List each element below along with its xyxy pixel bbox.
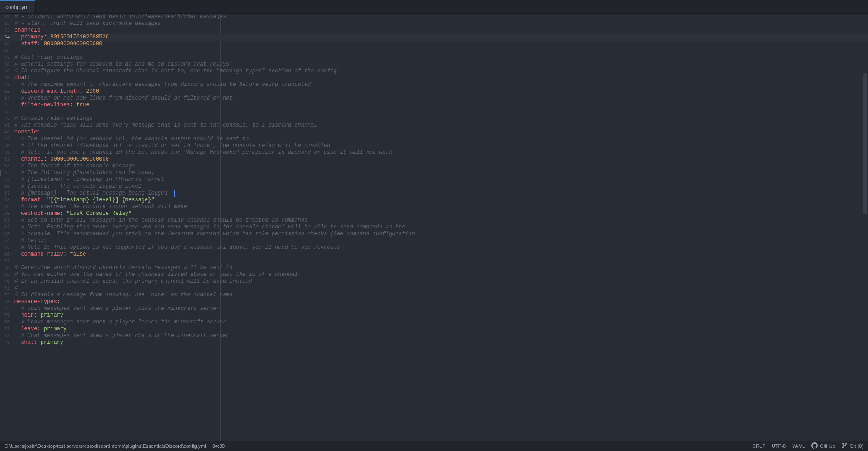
code-line[interactable]: 78 # Chat messages sent when a player ch… bbox=[0, 332, 868, 339]
line-number: 37 bbox=[0, 54, 14, 61]
code-line[interactable]: 49 # The channel id (or webhook url) the… bbox=[0, 136, 868, 142]
line-number: 57 bbox=[0, 190, 14, 197]
line-content: # The maximum amount of characters messa… bbox=[14, 81, 868, 88]
vertical-scrollbar[interactable] bbox=[862, 14, 868, 441]
line-number: 56 bbox=[0, 183, 14, 190]
editor[interactable]: 31# - primary, which will send basic joi… bbox=[0, 14, 868, 441]
code-line[interactable]: 44 filter-newlines: true bbox=[0, 102, 868, 109]
code-line[interactable]: 53 # The format of the console message bbox=[0, 163, 868, 170]
line-number: 71 bbox=[0, 285, 14, 292]
code-line[interactable]: 40chat: bbox=[0, 75, 868, 81]
code-line[interactable]: 79 chat: primary bbox=[0, 339, 868, 346]
line-number: 44 bbox=[0, 102, 14, 109]
text-caret bbox=[174, 190, 175, 197]
code-line[interactable]: 65 # Note 2: This option is not supporte… bbox=[0, 244, 868, 251]
status-encoding[interactable]: UTF-8 bbox=[772, 443, 786, 449]
code-line[interactable]: 77 leave: primary bbox=[0, 326, 868, 332]
status-git-label: Git (0) bbox=[849, 443, 863, 449]
line-content: # The console relay will send every mess… bbox=[14, 122, 868, 129]
line-content: # Chat relay settings bbox=[14, 54, 868, 61]
code-line[interactable]: 72# To disable a message from showing, u… bbox=[0, 292, 868, 299]
code-line[interactable]: 52 channel: 000000000000000000 bbox=[0, 156, 868, 163]
line-number: 60 bbox=[0, 210, 14, 217]
code-line[interactable]: 36 bbox=[0, 47, 868, 54]
code-line[interactable]: 71# bbox=[0, 285, 868, 292]
line-number: 63 bbox=[0, 231, 14, 237]
line-content: channel: 000000000000000000 bbox=[14, 156, 868, 163]
code-line[interactable]: 41 # The maximum amount of characters me… bbox=[0, 81, 868, 88]
code-line[interactable]: 70# If an invalid channel is used, the p… bbox=[0, 278, 868, 285]
line-number: 49 bbox=[0, 136, 14, 142]
code-line[interactable]: 37# Chat relay settings bbox=[0, 54, 868, 61]
code-line[interactable]: 46# Console relay settings bbox=[0, 115, 868, 122]
line-content bbox=[14, 258, 868, 265]
line-number: 54 bbox=[0, 170, 14, 176]
line-number: 35 bbox=[0, 41, 14, 47]
line-number: 50 bbox=[0, 142, 14, 149]
code-line[interactable]: 69# You can either use the names of the … bbox=[0, 271, 868, 278]
tab-config-yml[interactable]: config.yml bbox=[0, 0, 36, 13]
code-line[interactable]: 50 # If the channel id/webhook url is in… bbox=[0, 142, 868, 149]
code-line[interactable]: 60 webhook-name: "EssX Console Relay" bbox=[0, 210, 868, 217]
status-github[interactable]: GitHub bbox=[811, 442, 835, 450]
line-content: discord-max-length: 2000 bbox=[14, 88, 868, 95]
line-content: chat: primary bbox=[14, 339, 868, 346]
code-line[interactable]: 62 # Note: Enabling this means everyone … bbox=[0, 224, 868, 231]
code-line[interactable]: 75 join: primary bbox=[0, 312, 868, 319]
code-line[interactable]: 63 # console. It's recommended you stick… bbox=[0, 231, 868, 237]
line-number: 55 bbox=[0, 176, 14, 183]
code-line[interactable]: 35 staff: 000000000000000000 bbox=[0, 41, 868, 47]
code-line[interactable]: 55 # {timestamp} - Timestamp in HH:mm:ss… bbox=[0, 176, 868, 183]
line-content: # The format of the console message bbox=[14, 163, 868, 170]
code-line[interactable]: 34 primary: 801500176102588526 bbox=[0, 34, 868, 41]
code-line[interactable]: 33channels: bbox=[0, 27, 868, 34]
code-line[interactable]: 76 # Leave messages sent when a player l… bbox=[0, 319, 868, 326]
line-number: 40 bbox=[0, 75, 14, 81]
status-cursor-position[interactable]: 34:30 bbox=[212, 443, 225, 449]
line-content: leave: primary bbox=[14, 326, 868, 332]
code-line[interactable]: 38# General settings for discord to mc a… bbox=[0, 61, 868, 68]
status-github-label: GitHub bbox=[820, 443, 835, 449]
line-content: # Set to true if all messages in the con… bbox=[14, 217, 868, 224]
scrollbar-thumb[interactable] bbox=[863, 73, 867, 214]
code-line[interactable]: 67 bbox=[0, 258, 868, 265]
code-line[interactable]: 39# To configure the channel minecraft c… bbox=[0, 68, 868, 75]
code-line[interactable]: 31# - primary, which will send basic joi… bbox=[0, 14, 868, 20]
code-line[interactable]: 47# The console relay will send every me… bbox=[0, 122, 868, 129]
line-content: # Note 2: This option is not supported i… bbox=[14, 244, 868, 251]
code-line[interactable]: 68# Determine which discord channels cer… bbox=[0, 265, 868, 271]
line-content: webhook-name: "EssX Console Relay" bbox=[14, 210, 868, 217]
code-line[interactable]: 57 # {message} - The actual message bein… bbox=[0, 190, 868, 197]
line-number: 59 bbox=[0, 204, 14, 210]
line-number: 38 bbox=[0, 61, 14, 68]
line-content: # {level} - The console logging level bbox=[14, 183, 868, 190]
line-number: 45 bbox=[0, 109, 14, 115]
code-line[interactable]: 45 bbox=[0, 109, 868, 115]
tab-bar: config.yml bbox=[0, 0, 868, 14]
status-filepath[interactable]: C:\Users\joshr\Desktop\test servers\essx… bbox=[5, 443, 206, 449]
line-number: 78 bbox=[0, 332, 14, 339]
status-language[interactable]: YAML bbox=[792, 443, 805, 449]
line-content: # Note: Enabling this means everyone who… bbox=[14, 224, 868, 231]
line-number: 74 bbox=[0, 305, 14, 312]
code-line[interactable]: 59 # The username the console logger web… bbox=[0, 204, 868, 210]
code-line[interactable]: 74 # Join messages sent when a player jo… bbox=[0, 305, 868, 312]
code-line[interactable]: 61 # Set to true if all messages in the … bbox=[0, 217, 868, 224]
code-line[interactable]: 56 # {level} - The console logging level bbox=[0, 183, 868, 190]
line-content: # Chat messages sent when a player chats… bbox=[14, 332, 868, 339]
code-line[interactable]: 64 # below) bbox=[0, 237, 868, 244]
code-line[interactable]: 54 # The following placeholders can be u… bbox=[0, 170, 868, 176]
status-eol[interactable]: CRLF bbox=[752, 443, 765, 449]
status-git[interactable]: Git (0) bbox=[841, 442, 863, 450]
code-line[interactable]: 66 command-relay: false bbox=[0, 251, 868, 258]
code-area[interactable]: 31# - primary, which will send basic joi… bbox=[0, 14, 868, 441]
code-line[interactable]: 32# - staff, which will send kick/mute m… bbox=[0, 20, 868, 27]
code-line[interactable]: 42 discord-max-length: 2000 bbox=[0, 88, 868, 95]
code-line[interactable]: 73message-types: bbox=[0, 299, 868, 305]
code-line[interactable]: 51 # Note: If you use a channel id the b… bbox=[0, 149, 868, 156]
code-line[interactable]: 58 format: "[{timestamp} {level}] {messa… bbox=[0, 197, 868, 204]
code-line[interactable]: 48console: bbox=[0, 129, 868, 136]
line-number: 39 bbox=[0, 68, 14, 75]
line-number: 34 bbox=[0, 34, 14, 41]
code-line[interactable]: 43 # Whether or not new lines from disco… bbox=[0, 95, 868, 102]
